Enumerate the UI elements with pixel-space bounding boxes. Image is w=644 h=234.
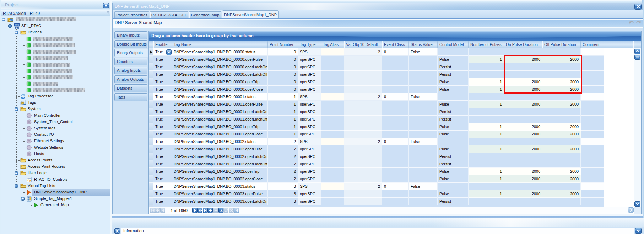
svg-text:RTAC: RTAC <box>15 24 20 26</box>
svg-text:Pg: Pg <box>27 178 31 182</box>
